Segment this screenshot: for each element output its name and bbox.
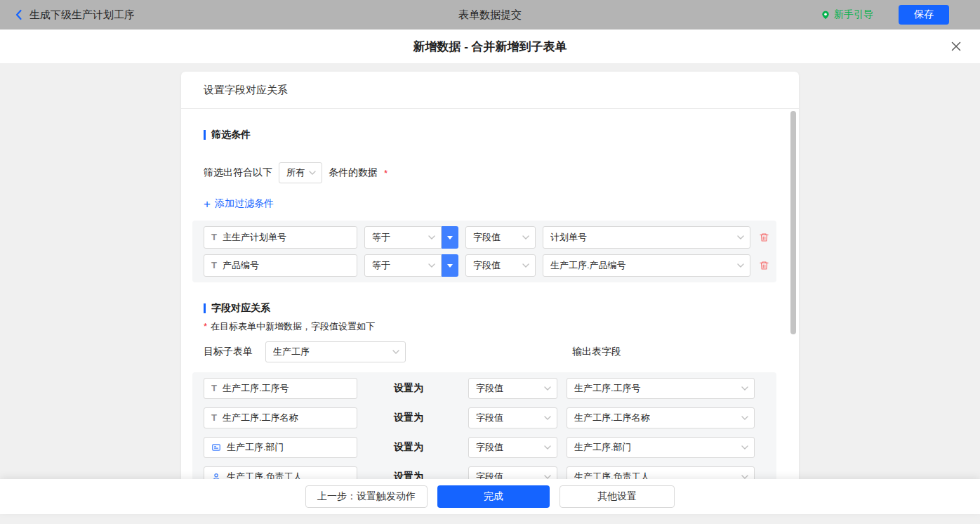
modal-body: 设置字段对应关系 筛选条件 筛选出符合以下 所有 条件的数据 * + 添加过滤条… bbox=[0, 63, 980, 479]
chevron-down-icon bbox=[737, 263, 744, 268]
value-type-select[interactable]: 字段值 bbox=[465, 226, 536, 249]
bottom-background-strip bbox=[0, 514, 980, 524]
text-field-icon: T bbox=[211, 260, 217, 270]
value-type-select[interactable]: 字段值 bbox=[468, 407, 557, 428]
chevron-down-icon bbox=[737, 235, 744, 240]
mapping-field-input[interactable]: 生产工序.部门 bbox=[204, 437, 357, 458]
other-settings-button[interactable]: 其他设置 bbox=[559, 485, 675, 508]
topbar-back-group: 生成下级生产计划工序 bbox=[13, 8, 135, 22]
delete-row-icon[interactable] bbox=[759, 232, 769, 243]
delete-row-icon[interactable] bbox=[759, 260, 769, 271]
value-select[interactable]: 生产工序.产品编号 bbox=[543, 254, 750, 277]
chevron-down-icon bbox=[544, 386, 551, 391]
filter-intro-row: 筛选出符合以下 所有 条件的数据 * bbox=[204, 162, 776, 183]
beginner-guide-link[interactable]: 新手引导 bbox=[821, 8, 873, 21]
set-as-label: 设置为 bbox=[394, 471, 425, 480]
location-pin-icon bbox=[821, 10, 830, 20]
operator-group: 等于 bbox=[364, 226, 458, 249]
operator-dropdown-button[interactable] bbox=[442, 254, 458, 277]
value-type-select[interactable]: 字段值 bbox=[468, 378, 557, 399]
mapping-subtitle: * 在目标表单中新增数据，字段值设置如下 bbox=[204, 320, 776, 333]
chevron-down-icon bbox=[522, 263, 529, 268]
set-as-label: 设置为 bbox=[394, 382, 425, 395]
filter-conditions-panel: T 主生产计划单号 等于 字段值 bbox=[192, 221, 776, 282]
caret-down-icon bbox=[447, 264, 453, 270]
text-field-icon: T bbox=[211, 412, 217, 423]
chevron-down-icon bbox=[544, 416, 551, 420]
required-asterisk: * bbox=[204, 321, 207, 332]
mapping-field-input[interactable]: 生产工序.负责工人 bbox=[204, 466, 357, 480]
chevron-down-icon bbox=[428, 235, 435, 240]
chevron-down-icon bbox=[522, 235, 529, 240]
value-type-select[interactable]: 字段值 bbox=[468, 437, 557, 458]
chevron-down-icon bbox=[741, 386, 748, 391]
mapping-row: 生产工序.负责工人 设置为 字段值 生产工序.负责工人 bbox=[204, 466, 776, 480]
back-button[interactable] bbox=[13, 8, 25, 21]
chevron-down-icon bbox=[428, 263, 435, 268]
save-button[interactable]: 保存 bbox=[899, 5, 949, 25]
chevron-down-icon bbox=[544, 445, 551, 450]
chevron-down-icon bbox=[392, 350, 399, 354]
chevron-down-icon bbox=[741, 475, 748, 479]
mapping-row: 生产工序.部门 设置为 字段值 生产工序.部门 bbox=[204, 437, 776, 458]
output-field-select[interactable]: 生产工序.部门 bbox=[567, 437, 755, 458]
filter-row: T 主生产计划单号 等于 字段值 bbox=[204, 226, 776, 249]
value-select[interactable]: 计划单号 bbox=[543, 226, 750, 249]
filter-row: T 产品编号 等于 字段值 bbox=[204, 254, 776, 277]
add-filter-condition-link[interactable]: + 添加过滤条件 bbox=[204, 197, 274, 210]
department-icon bbox=[211, 443, 221, 452]
target-subform-label: 目标子表单 bbox=[204, 346, 253, 358]
output-field-select[interactable]: 生产工序.工序号 bbox=[567, 378, 755, 399]
text-field-icon: T bbox=[211, 232, 217, 242]
filter-intro-suffix: 条件的数据 bbox=[329, 166, 378, 179]
chevron-down-icon bbox=[741, 445, 748, 450]
mapping-field-input[interactable]: T 生产工序.工序号 bbox=[204, 378, 357, 399]
required-asterisk: * bbox=[384, 168, 388, 178]
section-accent-bar bbox=[204, 303, 206, 313]
mapping-row: T 生产工序.工序名称 设置为 字段值 生产工序.工序名称 bbox=[204, 407, 776, 428]
operator-select[interactable]: 等于 bbox=[364, 226, 442, 249]
beginner-guide-label: 新手引导 bbox=[834, 8, 873, 21]
modal-title: 新增数据 - 合并新增到子表单 bbox=[413, 39, 567, 55]
chevron-down-icon bbox=[741, 416, 748, 420]
mapping-field-input[interactable]: T 生产工序.工序名称 bbox=[204, 407, 357, 428]
filter-field-input[interactable]: T 主生产计划单号 bbox=[204, 226, 357, 249]
set-as-label: 设置为 bbox=[394, 412, 425, 424]
text-field-icon: T bbox=[211, 383, 217, 393]
chevron-down-icon bbox=[544, 475, 551, 479]
finish-button[interactable]: 完成 bbox=[437, 485, 550, 508]
filter-field-input[interactable]: T 产品编号 bbox=[204, 254, 357, 277]
target-subform-select[interactable]: 生产工序 bbox=[265, 341, 406, 362]
mapping-row: T 生产工序.工序号 设置为 字段值 生产工序.工序号 bbox=[204, 378, 776, 399]
filter-intro-prefix: 筛选出符合以下 bbox=[204, 166, 272, 179]
output-field-select[interactable]: 生产工序.负责工人 bbox=[567, 466, 755, 480]
output-fields-header: 输出表字段 bbox=[572, 346, 621, 358]
caret-down-icon bbox=[447, 236, 453, 242]
card-body: 筛选条件 筛选出符合以下 所有 条件的数据 * + 添加过滤条件 T bbox=[181, 129, 799, 479]
value-type-select[interactable]: 字段值 bbox=[465, 254, 536, 277]
operator-select[interactable]: 等于 bbox=[364, 254, 442, 277]
plus-icon: + bbox=[204, 198, 211, 210]
chevron-down-icon bbox=[309, 171, 316, 175]
value-type-select[interactable]: 字段值 bbox=[468, 466, 557, 480]
set-as-label: 设置为 bbox=[394, 441, 425, 454]
settings-card: 设置字段对应关系 筛选条件 筛选出符合以下 所有 条件的数据 * + 添加过滤条… bbox=[181, 72, 799, 479]
workflow-title[interactable]: 生成下级生产计划工序 bbox=[29, 8, 135, 22]
field-mapping-panel: T 生产工序.工序号 设置为 字段值 生产工序.工序号 bbox=[192, 372, 776, 480]
topbar-actions: 新手引导 保存 bbox=[821, 5, 949, 25]
topbar: 生成下级生产计划工序 表单数据提交 新手引导 保存 bbox=[0, 0, 980, 30]
mapping-section-title: 字段对应关系 bbox=[204, 302, 776, 315]
vertical-scrollbar[interactable] bbox=[790, 111, 796, 334]
output-field-select[interactable]: 生产工序.工序名称 bbox=[567, 407, 755, 428]
user-icon bbox=[211, 472, 221, 480]
modal-footer: 上一步：设置触发动作 完成 其他设置 bbox=[0, 479, 980, 514]
operator-group: 等于 bbox=[364, 254, 458, 277]
close-icon[interactable] bbox=[951, 41, 962, 52]
previous-step-button[interactable]: 上一步：设置触发动作 bbox=[305, 485, 428, 508]
operator-dropdown-button[interactable] bbox=[442, 226, 458, 249]
target-subform-row: 目标子表单 生产工序 输出表字段 bbox=[204, 341, 776, 362]
match-mode-select[interactable]: 所有 bbox=[279, 162, 322, 183]
filter-section-title: 筛选条件 bbox=[204, 129, 776, 141]
section-accent-bar bbox=[204, 130, 206, 140]
modal-header: 新增数据 - 合并新增到子表单 bbox=[0, 30, 980, 63]
